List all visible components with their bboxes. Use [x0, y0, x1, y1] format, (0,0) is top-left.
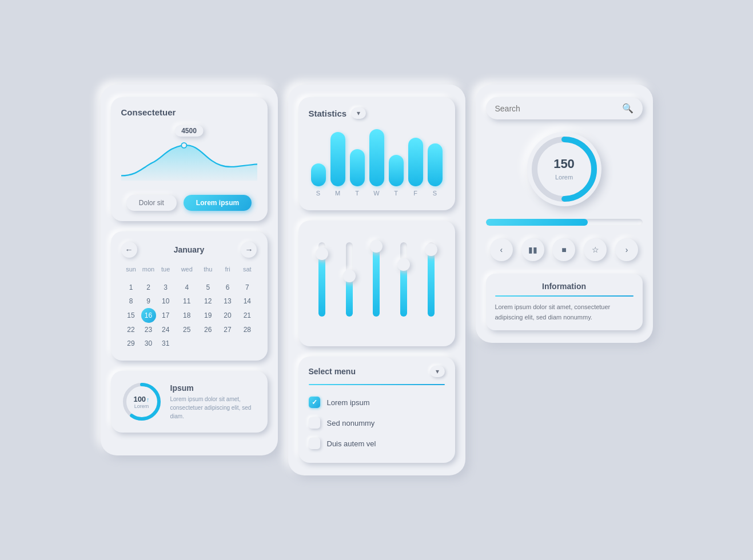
calendar-day[interactable]: 13: [218, 294, 237, 308]
cal-header-sat: sat: [237, 263, 257, 275]
bar-col: T: [389, 155, 404, 197]
calendar-day[interactable]: 16: [141, 308, 156, 323]
select-menu-divider: [309, 384, 445, 385]
bar-col: T: [350, 149, 365, 197]
ipsum-text: Ipsum Lorem ipsum dolor sit amet, consec…: [170, 383, 257, 421]
calendar-day[interactable]: 2: [141, 281, 156, 294]
media-controls: ‹ ▮▮ ■ ☆ ›: [486, 238, 643, 261]
calendar-day[interactable]: 4: [176, 281, 198, 294]
bar-label: W: [373, 190, 379, 197]
menu-item-2[interactable]: Duis autem vel: [309, 433, 445, 454]
cal-header-fri: fri: [218, 263, 237, 275]
donut-wrap: 150 Lorem: [486, 132, 643, 206]
calendar-day[interactable]: 30: [141, 337, 156, 350]
bar: [428, 143, 443, 186]
slider-thumb-2[interactable]: [370, 240, 383, 253]
vertical-slider-4[interactable]: [428, 242, 435, 322]
slider-fill-4: [428, 250, 435, 317]
chart-title: Consectetuer: [121, 107, 257, 117]
calendar-prev-button[interactable]: ←: [121, 242, 137, 258]
calendar-day[interactable]: 22: [121, 323, 141, 337]
sliders-area: [309, 237, 445, 328]
vertical-slider-3[interactable]: [400, 242, 407, 322]
slider-thumb-4[interactable]: [425, 243, 437, 256]
calendar-day[interactable]: 9: [141, 294, 156, 308]
calendar-day[interactable]: 1: [121, 281, 141, 294]
bar: [350, 149, 365, 186]
info-divider: [495, 295, 634, 297]
bar-label: S: [433, 190, 437, 197]
prev-icon: ‹: [500, 245, 503, 254]
ipsum-title: Ipsum: [170, 383, 257, 393]
panel-3: 🔍 150 Lorem ‹: [476, 85, 653, 343]
menu-item-0[interactable]: Lorem ipsum: [309, 392, 445, 413]
slider-thumb-3[interactable]: [397, 258, 410, 271]
bar: [311, 163, 326, 186]
bar: [369, 129, 384, 186]
calendar-day[interactable]: 25: [176, 323, 198, 337]
media-prev-button[interactable]: ‹: [490, 238, 513, 261]
media-star-button[interactable]: ☆: [584, 238, 607, 261]
calendar-day[interactable]: 17: [156, 308, 176, 323]
calendar-next-button[interactable]: →: [241, 242, 257, 258]
menu-item-label-1: Sed nonummy: [327, 419, 375, 427]
calendar-day[interactable]: 19: [198, 308, 218, 323]
search-bar[interactable]: 🔍: [486, 97, 643, 119]
calendar-day[interactable]: 28: [237, 323, 257, 337]
calendar-day[interactable]: 20: [218, 308, 237, 323]
bar-label: T: [394, 190, 398, 197]
chart-card: Consectetuer 4500 Dolor sit: [111, 97, 268, 221]
checkbox-1[interactable]: [309, 417, 320, 429]
calendar-day[interactable]: 27: [218, 323, 237, 337]
vertical-slider-0[interactable]: [318, 242, 325, 322]
calendar-day[interactable]: 21: [237, 308, 257, 323]
calendar-day: [237, 275, 257, 281]
cal-header-mon: mon: [141, 263, 156, 275]
vertical-slider-1[interactable]: [346, 242, 353, 322]
calendar-day[interactable]: 3: [156, 281, 176, 294]
calendar-day[interactable]: 23: [141, 323, 156, 337]
ipsum-gauge-value: 100↑: [133, 395, 149, 403]
calendar-day[interactable]: 24: [156, 323, 176, 337]
media-stop-button[interactable]: ■: [552, 238, 575, 261]
calendar-day[interactable]: 14: [237, 294, 257, 308]
next-icon: ›: [625, 245, 628, 254]
main-container: Consectetuer 4500 Dolor sit: [101, 85, 653, 475]
slider-thumb-0[interactable]: [316, 247, 328, 260]
checkbox-0[interactable]: [309, 397, 320, 408]
select-menu-dropdown-button[interactable]: ▾: [430, 366, 445, 377]
calendar-month: January: [174, 245, 205, 254]
vertical-slider-2[interactable]: [373, 242, 380, 322]
calendar-day[interactable]: 11: [176, 294, 198, 308]
calendar-day[interactable]: 26: [198, 323, 218, 337]
menu-items: Lorem ipsumSed nonummyDuis autem vel: [309, 392, 445, 454]
calendar-day[interactable]: 10: [156, 294, 176, 308]
cal-header-wed: wed: [176, 263, 198, 275]
media-next-button[interactable]: ›: [615, 238, 638, 261]
calendar-day[interactable]: 7: [237, 281, 257, 294]
calendar-day: [218, 275, 237, 281]
dolor-sit-button[interactable]: Dolor sit: [126, 195, 177, 211]
calendar-day[interactable]: 12: [198, 294, 218, 308]
lorem-ipsum-button[interactable]: Lorem ipsum: [184, 195, 252, 211]
star-icon: ☆: [592, 245, 599, 254]
calendar-day[interactable]: 15: [121, 308, 141, 323]
checkbox-2[interactable]: [309, 438, 320, 449]
calendar-day[interactable]: 8: [121, 294, 141, 308]
bar-col: M: [330, 132, 345, 197]
stats-dropdown-button[interactable]: ▾: [351, 107, 366, 119]
menu-item-1[interactable]: Sed nonummy: [309, 413, 445, 433]
media-pause-button[interactable]: ▮▮: [521, 238, 544, 261]
progress-track: [486, 219, 643, 226]
calendar-day[interactable]: 18: [176, 308, 198, 323]
calendar-day[interactable]: 31: [156, 337, 176, 350]
info-text: Lorem ipsum dolor sit amet, consectetuer…: [495, 302, 634, 322]
search-input[interactable]: [495, 104, 617, 113]
ipsum-card: 100↑ Lorem Ipsum Lorem ipsum dolor sit a…: [111, 371, 268, 433]
calendar-day[interactable]: 6: [218, 281, 237, 294]
calendar-day[interactable]: 5: [198, 281, 218, 294]
calendar-day[interactable]: 29: [121, 337, 141, 350]
stats-title: Statistics: [309, 109, 347, 118]
ipsum-description: Lorem ipsum dolor sit amet, consectetuer…: [170, 395, 257, 421]
slider-thumb-1[interactable]: [343, 270, 356, 282]
